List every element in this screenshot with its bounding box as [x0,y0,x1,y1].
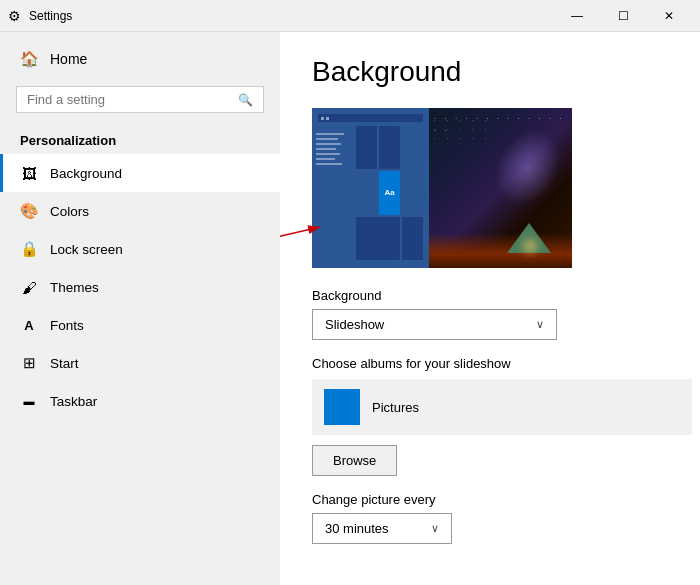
interval-value: 30 minutes [325,521,389,536]
background-icon: 🖼 [20,164,38,182]
sidebar-item-label-lockscreen: Lock screen [50,242,123,257]
sidebar-item-themes[interactable]: 🖌 Themes [0,268,280,306]
dropdown-arrow-icon: ∨ [536,318,544,331]
preview-tile-wide-1 [356,217,400,260]
interval-arrow-icon: ∨ [431,522,439,535]
sidebar-home[interactable]: 🏠 Home [0,40,280,78]
preview-dot-1 [321,117,324,120]
preview-taskbar-top [318,114,423,122]
preview-line-5 [316,153,340,155]
preview-desktop: · · · · ·· · · · ·· · · · · [312,108,572,268]
dropdown-value: Slideshow [325,317,384,332]
preview-tile-5 [402,217,423,260]
background-dropdown[interactable]: Slideshow ∨ [312,309,557,340]
fonts-icon: A [20,316,38,334]
main-content: Background · · · · ·· · · · ·· · · · · [280,32,700,585]
sidebar-item-label-themes: Themes [50,280,99,295]
start-icon: ⊞ [20,354,38,372]
sidebar-item-label-taskbar: Taskbar [50,394,97,409]
browse-button[interactable]: Browse [312,445,397,476]
preview-tile-aa: Aa [379,171,400,214]
preview-line-7 [316,163,342,165]
title-bar-controls: — ☐ ✕ [554,0,692,32]
minimize-button[interactable]: — [554,0,600,32]
preview-tile-1 [356,126,377,169]
maximize-button[interactable]: ☐ [600,0,646,32]
app-body: 🏠 Home 🔍 Personalization 🖼 Background 🎨 … [0,32,700,585]
search-box[interactable]: 🔍 [16,86,264,113]
sidebar-item-label-background: Background [50,166,122,181]
preview-ui: Aa [312,108,429,268]
sidebar-item-label-start: Start [50,356,79,371]
preview-stars: · · · · ·· · · · ·· · · · · [434,116,492,143]
background-section-label: Background [312,288,668,303]
search-icon: 🔍 [238,93,253,107]
lockscreen-icon: 🔒 [20,240,38,258]
title-bar: ⚙ Settings — ☐ ✕ [0,0,700,32]
sidebar-section-title: Personalization [0,121,280,154]
sidebar-item-colors[interactable]: 🎨 Colors [0,192,280,230]
preview-tent [507,223,552,253]
home-icon: 🏠 [20,50,38,68]
page-title: Background [312,56,668,88]
preview-sky: · · · · ·· · · · ·· · · · · [429,108,572,268]
albums-label: Choose albums for your slideshow [312,356,668,371]
sidebar-item-taskbar[interactable]: ▬ Taskbar [0,382,280,420]
preview-dot-2 [326,117,329,120]
change-picture-label: Change picture every [312,492,668,507]
preview-tile-3 [379,126,400,169]
preview-lines [316,133,344,165]
preview-line-1 [316,133,344,135]
close-button[interactable]: ✕ [646,0,692,32]
sidebar-item-lockscreen[interactable]: 🔒 Lock screen [0,230,280,268]
preview-galaxy [482,118,572,217]
sidebar: 🏠 Home 🔍 Personalization 🖼 Background 🎨 … [0,32,280,585]
title-bar-icon: ⚙ [8,8,21,24]
interval-dropdown[interactable]: 30 minutes ∨ [312,513,452,544]
background-preview: · · · · ·· · · · ·· · · · · [312,108,572,268]
colors-icon: 🎨 [20,202,38,220]
sidebar-item-label-fonts: Fonts [50,318,84,333]
sidebar-item-start[interactable]: ⊞ Start [0,344,280,382]
preview-line-6 [316,158,335,160]
title-bar-title: Settings [29,9,72,23]
preview-line-4 [316,148,336,150]
album-item-pictures[interactable]: Pictures [312,379,692,435]
sidebar-item-label-colors: Colors [50,204,89,219]
preview-line-3 [316,143,341,145]
sidebar-item-background[interactable]: 🖼 Background [0,154,280,192]
title-bar-left: ⚙ Settings [8,8,72,24]
themes-icon: 🖌 [20,278,38,296]
preview-line-2 [316,138,338,140]
tent-glow [523,239,537,253]
dropdown-wrapper: Slideshow ∨ [312,309,668,340]
preview-tiles: Aa [356,126,423,262]
taskbar-icon: ▬ [20,392,38,410]
album-name: Pictures [372,400,419,415]
sidebar-item-fonts[interactable]: A Fonts [0,306,280,344]
search-input[interactable] [27,92,232,107]
album-thumb [324,389,360,425]
home-label: Home [50,51,87,67]
